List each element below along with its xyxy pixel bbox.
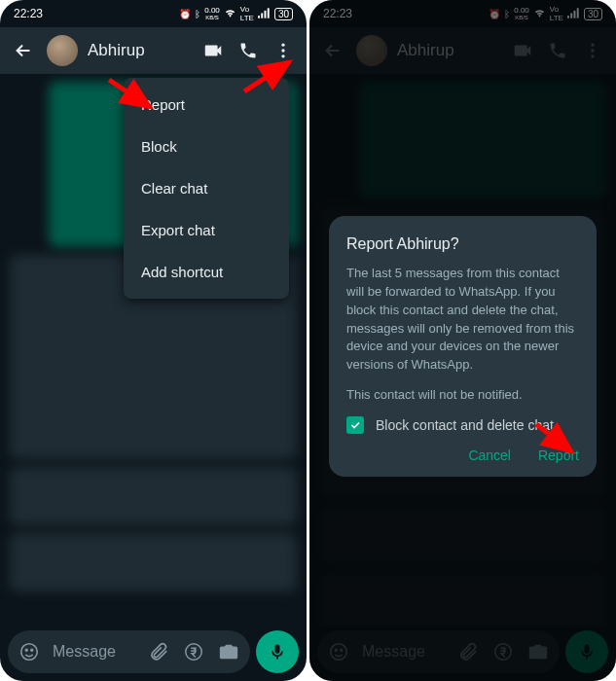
dialog-notice: This contact will not be notified. <box>346 386 579 405</box>
screen-right: 22:23 ⏰ ᛒ 0.00 KB/S VoLTE 30 Abhirup <box>309 0 616 681</box>
video-call-button[interactable] <box>196 33 231 68</box>
message-bubble[interactable] <box>10 533 297 591</box>
menu-item-shortcut[interactable]: Add shortcut <box>124 251 289 293</box>
checkbox-checked-icon[interactable] <box>346 416 364 434</box>
screen-left: 22:23 ⏰ ᛒ 0.00 KB/S VoLTE 30 Abhirup <box>0 0 307 681</box>
message-input[interactable]: Message <box>49 643 139 661</box>
menu-item-block[interactable]: Block <box>124 125 289 167</box>
chat-header: Abhirup <box>0 27 307 74</box>
menu-item-report[interactable]: Report <box>124 84 289 125</box>
menu-item-export[interactable]: Export chat <box>124 209 289 251</box>
avatar[interactable] <box>47 35 78 66</box>
svg-rect-3 <box>268 8 270 18</box>
svg-point-11 <box>31 649 33 651</box>
report-dialog: Report Abhirup? The last 5 messages from… <box>329 216 597 477</box>
message-bubble[interactable] <box>10 467 297 525</box>
svg-point-5 <box>281 49 284 52</box>
svg-point-4 <box>281 44 284 47</box>
contact-name[interactable]: Abhirup <box>88 41 190 60</box>
svg-point-10 <box>25 649 27 651</box>
dialog-actions: Cancel Report <box>346 448 579 463</box>
svg-point-12 <box>186 644 202 661</box>
svg-rect-2 <box>264 10 266 18</box>
cancel-button[interactable]: Cancel <box>468 448 511 463</box>
svg-rect-1 <box>261 13 263 18</box>
clock-text: 22:23 <box>14 7 43 20</box>
alarm-icon: ⏰ <box>179 9 191 19</box>
voice-call-button[interactable] <box>231 33 266 68</box>
checkbox-label: Block contact and delete chat <box>376 417 554 433</box>
svg-point-6 <box>281 54 284 57</box>
camera-icon[interactable] <box>213 636 244 667</box>
emoji-icon[interactable] <box>14 636 45 667</box>
status-right: ⏰ ᛒ 0.00 KB/S VoLTE 30 <box>179 5 293 22</box>
mic-button[interactable] <box>256 630 299 673</box>
back-button[interactable] <box>6 33 41 68</box>
svg-rect-0 <box>258 16 260 18</box>
dialog-title: Report Abhirup? <box>346 235 579 253</box>
compose-box[interactable]: Message <box>8 630 250 673</box>
wifi-icon <box>224 8 236 20</box>
volte-icon: VoLTE <box>240 5 254 22</box>
report-button[interactable]: Report <box>538 448 579 463</box>
battery-value: 30 <box>278 9 289 19</box>
svg-point-9 <box>21 644 38 661</box>
signal-icon <box>258 8 271 20</box>
rupee-icon[interactable] <box>178 636 209 667</box>
menu-item-clear[interactable]: Clear chat <box>124 167 289 209</box>
kbps-unit: KB/S <box>205 15 219 20</box>
bluetooth-icon: ᛒ <box>195 9 200 19</box>
attach-icon[interactable] <box>143 636 174 667</box>
battery-indicator: 30 <box>274 8 293 20</box>
composer: Message <box>8 630 299 673</box>
header-actions <box>196 33 301 68</box>
dialog-body: The last 5 messages from this contact wi… <box>346 265 579 375</box>
status-bar: 22:23 ⏰ ᛒ 0.00 KB/S VoLTE 30 <box>0 0 307 27</box>
context-menu: Report Block Clear chat Export chat Add … <box>124 78 289 299</box>
kbps-value: 0.00 <box>204 7 220 15</box>
checkbox-row[interactable]: Block contact and delete chat <box>346 416 579 434</box>
more-menu-button[interactable] <box>266 33 301 68</box>
